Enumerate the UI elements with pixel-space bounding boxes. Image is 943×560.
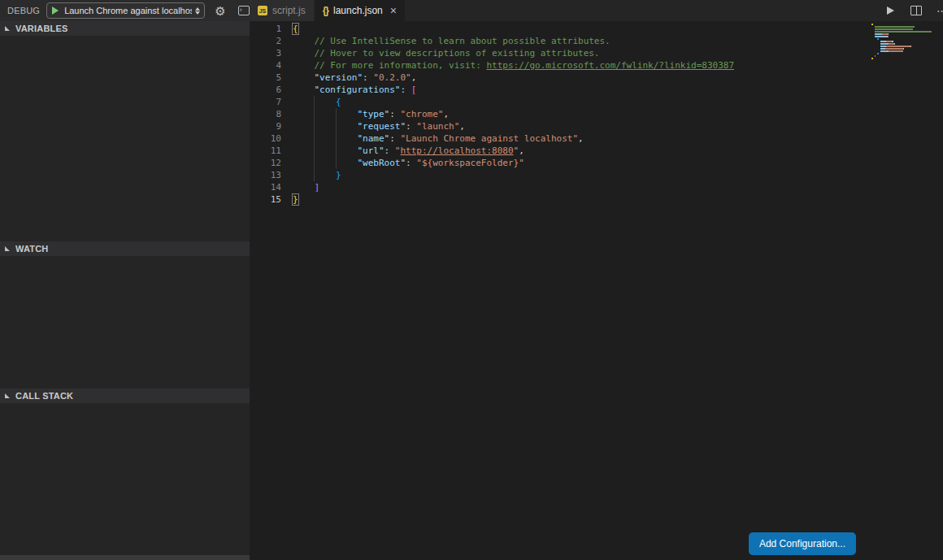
minimap-line [871, 33, 943, 35]
code-token: : [389, 133, 400, 144]
debug-config-dropdown[interactable]: Launch Chrome against localhost ( [46, 2, 205, 19]
code-token: ] [315, 182, 320, 193]
tab-bar: JS script.js {} launch.json × ⋯ [250, 0, 943, 21]
line-content: "configurations": [ [293, 84, 416, 96]
indent-guide [314, 145, 315, 157]
code-line: 14 ] [250, 181, 943, 193]
gear-icon[interactable]: ⚙ [215, 5, 225, 17]
code-token: "version" [315, 72, 363, 83]
minimap-segment [875, 36, 886, 37]
watch-panel[interactable] [0, 256, 250, 389]
code-token: , [578, 133, 584, 144]
line-content: "url": "http://localhost:8080", [293, 145, 524, 157]
line-content: } [293, 193, 298, 206]
code-line: 6 "configurations": [ [250, 84, 943, 96]
line-number[interactable]: 5 [250, 72, 281, 84]
tab-script-js[interactable]: JS script.js [250, 0, 314, 21]
minimap-line [871, 31, 943, 33]
line-content: "webRoot": "${workspaceFolder}" [293, 157, 524, 169]
code-line: 13 } [250, 169, 943, 181]
minimap-segment [875, 26, 915, 28]
code-area[interactable]: 1{2 // Use IntelliSense to learn about p… [250, 21, 943, 206]
line-content: { [293, 23, 298, 35]
section-header-variables[interactable]: VARIABLES [0, 21, 250, 36]
twisty-icon [5, 26, 10, 31]
minimap-line [871, 55, 943, 57]
close-icon[interactable]: × [390, 5, 397, 16]
code-token: { [293, 24, 298, 34]
code-line: 11 "url": "http://localhost:8080", [250, 145, 943, 157]
line-number[interactable]: 14 [250, 181, 281, 193]
code-token: : [385, 145, 395, 156]
minimap-line [871, 48, 943, 50]
minimap-segment [894, 43, 896, 45]
minimap-line [871, 53, 943, 54]
line-number[interactable]: 3 [250, 47, 281, 59]
code-token: : [363, 72, 373, 83]
vscode-window: DEBUG Launch Chrome against localhost ( … [0, 0, 943, 560]
minimap-segment [889, 50, 903, 52]
minimap-line [871, 26, 943, 28]
line-number[interactable]: 9 [250, 120, 281, 132]
minimap-segment [887, 48, 902, 50]
line-number[interactable]: 4 [250, 59, 281, 72]
minimap-line [871, 43, 943, 45]
code-line: 3 // Hover to view descriptions of exist… [250, 47, 943, 59]
editor-actions: ⋯ [887, 0, 943, 21]
minimap[interactable] [871, 24, 943, 60]
indent-guide [314, 157, 315, 169]
minimap-segment [888, 33, 889, 35]
line-content: ] [293, 181, 319, 193]
line-number[interactable]: 1 [250, 23, 281, 35]
add-configuration-button[interactable]: Add Configuration... [749, 532, 856, 555]
main-area: VARIABLES WATCH CALL STACK 1{2 // Use In… [0, 21, 943, 560]
minimap-segment [886, 46, 910, 47]
minimap-line [871, 24, 943, 25]
start-debug-icon[interactable] [52, 7, 59, 15]
variables-panel[interactable] [0, 36, 250, 241]
section-header-callstack[interactable]: CALL STACK [0, 389, 250, 403]
line-number[interactable]: 15 [250, 193, 281, 206]
line-number[interactable]: 11 [250, 145, 281, 157]
line-content: { [293, 96, 341, 108]
tab-launch-json[interactable]: {} launch.json × [315, 0, 405, 21]
more-actions-icon[interactable]: ⋯ [936, 5, 943, 17]
code-token: , [519, 145, 524, 156]
code-line: 1{ [250, 23, 943, 35]
line-content: // For more information, visit: https://… [293, 59, 734, 72]
line-content: "type": "chrome", [293, 108, 449, 120]
indent-guide [314, 108, 315, 120]
line-number[interactable]: 10 [250, 132, 281, 145]
code-token: "Launch Chrome against localhost" [400, 133, 578, 144]
line-number[interactable]: 8 [250, 108, 281, 120]
code-link[interactable]: http://localhost:8080 [400, 145, 513, 156]
indent-guide [336, 132, 337, 145]
minimap-segment [903, 48, 905, 50]
section-title: WATCH [15, 244, 49, 254]
js-file-icon: JS [258, 6, 267, 15]
code-line: 15} [250, 193, 943, 206]
line-content: "request": "launch", [293, 120, 465, 132]
code-editor[interactable]: 1{2 // Use IntelliSense to learn about p… [250, 21, 943, 560]
minimap-segment [875, 33, 881, 35]
line-number[interactable]: 13 [250, 169, 281, 181]
debug-view-title: DEBUG [7, 6, 40, 15]
code-token: "name" [357, 133, 389, 144]
code-token: } [336, 170, 341, 180]
callstack-panel[interactable] [0, 403, 250, 555]
line-number[interactable]: 12 [250, 157, 281, 169]
debug-console-icon[interactable]: › [238, 6, 250, 15]
line-number[interactable]: 6 [250, 84, 281, 96]
play-icon[interactable] [887, 7, 894, 15]
top-bar: DEBUG Launch Chrome against localhost ( … [0, 0, 943, 21]
code-token: "${workspaceFolder}" [416, 158, 524, 168]
line-number[interactable]: 7 [250, 96, 281, 108]
code-line: 2 // Use IntelliSense to learn about pos… [250, 35, 943, 47]
section-header-watch[interactable]: WATCH [0, 241, 250, 256]
indent-guide [336, 145, 337, 157]
line-number[interactable]: 2 [250, 35, 281, 47]
collapsed-section-edge[interactable] [0, 555, 250, 560]
code-link[interactable]: https://go.microsoft.com/fwlink/?linkid=… [486, 60, 734, 71]
split-editor-icon[interactable] [910, 6, 922, 15]
minimap-segment [875, 28, 914, 30]
